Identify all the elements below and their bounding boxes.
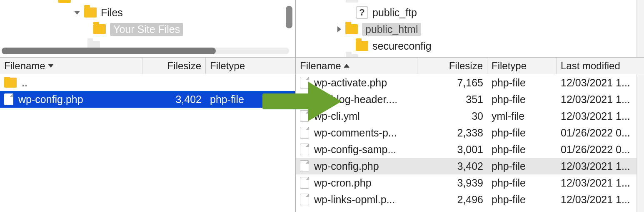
column-filetype[interactable]: Filetype (206, 58, 295, 74)
column-filetype[interactable]: Filetype (487, 58, 557, 74)
file-icon (300, 77, 309, 88)
list-item[interactable]: wp-links-opml.p...2,496php-file12/03/202… (296, 191, 644, 208)
file-icon (300, 160, 309, 172)
vertical-scrollbar[interactable] (286, 6, 292, 28)
file-icon (300, 110, 309, 122)
file-modified: 12/03/2021 1... (557, 177, 644, 189)
file-type: php-file (206, 93, 295, 106)
column-filesize-label: Filesize (167, 60, 201, 72)
file-size: 3,939 (417, 177, 487, 189)
file-name: wp-links-opml.p... (314, 194, 395, 206)
folder-icon (356, 41, 368, 51)
folder-icon (84, 8, 97, 18)
list-item[interactable]: wp-comments-p...2,338php-file01/26/2022 … (296, 124, 644, 141)
chevron-down-icon[interactable] (74, 11, 80, 15)
folder-icon (345, 24, 358, 34)
tree-item[interactable]: public_html (296, 21, 644, 38)
chevron-right-icon[interactable] (337, 26, 341, 32)
tree-item-label: Files (101, 7, 123, 19)
list-item[interactable]: wp-config.php3,402php-file12/03/2021 1..… (296, 158, 644, 174)
file-modified: 12/03/2021 1... (557, 194, 644, 206)
file-size: 3,402 (142, 93, 206, 106)
file-name: wp-config.php (314, 160, 379, 172)
local-panel: FilesYour Site Files Filename Filesize F… (0, 0, 296, 212)
folder-icon (346, 54, 358, 58)
column-last-modified[interactable]: Last modified (557, 58, 644, 74)
local-tree[interactable]: FilesYour Site Files (0, 0, 295, 58)
file-modified: 12/03/2021 1... (557, 110, 644, 122)
tree-item-label: public_html (362, 23, 421, 36)
sort-indicator-up-icon (344, 64, 349, 68)
file-name: wp-comments-p... (314, 127, 397, 139)
column-filetype-label: Filetype (210, 60, 245, 72)
column-filename[interactable]: Filename (0, 58, 142, 74)
column-filename-label: Filename (4, 60, 45, 72)
horizontal-scrollbar-thumb[interactable] (2, 48, 216, 54)
file-modified: 01/26/2022 0... (557, 127, 644, 139)
sort-indicator-down-icon (48, 64, 54, 68)
tree-item-label: Your Site Files (110, 23, 183, 36)
file-type: php-file (487, 177, 557, 189)
file-modified: 12/03/2021 1... (557, 77, 644, 89)
file-type: php-file (487, 93, 557, 106)
column-filetype-label: Filetype (492, 60, 527, 72)
local-column-header: Filename Filesize Filetype (0, 58, 295, 74)
file-size: 3,001 (417, 144, 487, 156)
tree-item[interactable]: Your Site Files (0, 21, 295, 38)
folder-icon (93, 24, 106, 34)
column-filename[interactable]: Filename (296, 58, 417, 74)
tree-item-label: public_ftp (372, 7, 417, 19)
file-name: wp-config-samp... (314, 144, 396, 156)
file-size: 3,402 (417, 160, 487, 172)
file-type: yml-file (487, 110, 557, 122)
file-type: php-file (487, 194, 557, 206)
unknown-icon: ? (356, 6, 368, 19)
file-type: php-file (487, 160, 557, 172)
file-type: php-file (487, 144, 557, 156)
file-name: wp-config.php (18, 93, 83, 106)
file-icon (300, 194, 309, 205)
column-filesize[interactable]: Filesize (142, 58, 206, 74)
file-name: wp-cron.php (314, 177, 372, 189)
list-item[interactable]: wp-blog-header....351php-file12/03/2021 … (296, 91, 644, 108)
column-filesize[interactable]: Filesize (417, 58, 487, 74)
vertical-scrollbar[interactable] (637, 74, 644, 212)
folder-icon (58, 0, 71, 3)
list-item[interactable]: wp-activate.php7,165php-file12/03/2021 1… (296, 74, 644, 91)
file-icon (300, 177, 309, 189)
tree-item[interactable]: ?public_ftp (296, 4, 644, 21)
file-name: wp-cli.yml (314, 110, 360, 122)
folder-icon (346, 0, 358, 3)
file-size: 2,338 (417, 127, 487, 139)
remote-column-header: Filename Filesize Filetype Last modified (296, 58, 644, 74)
folder-up-icon (4, 78, 17, 88)
remote-tree[interactable]: ?public_ftppublic_htmlsecureconfig (296, 0, 644, 58)
file-size: 7,165 (417, 77, 487, 89)
list-item[interactable]: wp-cron.php3,939php-file12/03/2021 1... (296, 174, 644, 191)
list-item[interactable]: wp-cli.yml30yml-file12/03/2021 1... (296, 108, 644, 124)
file-type: php-file (487, 127, 557, 139)
list-item[interactable]: .. (0, 74, 295, 91)
column-filename-label: Filename (300, 60, 341, 72)
file-name: wp-activate.php (314, 77, 387, 89)
file-size: 30 (417, 110, 487, 122)
file-icon (4, 93, 13, 105)
remote-file-list[interactable]: wp-activate.php7,165php-file12/03/2021 1… (296, 74, 644, 212)
tree-item-label: secureconfig (372, 40, 432, 52)
file-size: 351 (417, 93, 487, 106)
file-size: 2,496 (417, 194, 487, 206)
local-file-list[interactable]: ..wp-config.php3,402php-file (0, 74, 295, 212)
vertical-scrollbar[interactable] (637, 0, 644, 57)
file-name: .. (22, 77, 27, 89)
file-icon (300, 127, 309, 139)
tree-item[interactable]: Files (0, 4, 295, 21)
file-modified: 12/03/2021 1... (557, 160, 644, 172)
file-modified: 01/26/2022 0... (557, 144, 644, 156)
file-modified: 12/03/2021 1... (557, 93, 644, 106)
column-last-modified-label: Last modified (561, 60, 620, 72)
file-icon (300, 144, 309, 155)
remote-panel: ?public_ftppublic_htmlsecureconfig Filen… (296, 0, 644, 212)
column-filesize-label: Filesize (449, 60, 483, 72)
list-item[interactable]: wp-config-samp...3,001php-file01/26/2022… (296, 141, 644, 158)
list-item[interactable]: wp-config.php3,402php-file (0, 91, 295, 108)
